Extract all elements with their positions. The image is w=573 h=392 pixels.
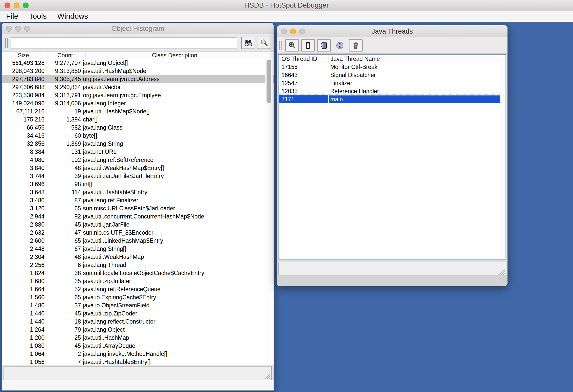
size-cell: 3,744 <box>2 172 45 180</box>
menu-file[interactable]: File <box>6 11 18 22</box>
inspect-thread-button[interactable] <box>285 39 299 52</box>
window-title: Java Threads <box>277 25 508 37</box>
toolbar-drag-handle[interactable] <box>279 41 282 50</box>
size-cell: 149,024,096 <box>2 99 45 107</box>
class-cell: java.util.HashMap$Node <box>81 67 274 75</box>
count-cell: 38 <box>45 269 81 277</box>
resize-grip-icon[interactable] <box>499 268 505 275</box>
class-cell: java.util.zip.ZipCoder <box>81 309 274 317</box>
table-row[interactable]: 3,69698int[] <box>2 180 274 188</box>
histogram-vertical-scrollbar[interactable] <box>265 59 273 365</box>
object-histogram-window: Object Histogram <box>2 23 274 392</box>
count-cell: 1,394 <box>45 115 81 124</box>
table-row[interactable]: 1,48037java.io.ObjectStreamField <box>2 301 274 309</box>
table-row[interactable]: 4,080102java.lang.ref.SoftReference <box>2 156 274 164</box>
show-stack-memory-button[interactable] <box>301 39 315 52</box>
find-button[interactable] <box>241 37 255 49</box>
table-row[interactable]: 67,111,21619java.util.HashMap$Node[] <box>2 107 274 115</box>
table-row[interactable]: 8,384131java.net.URL <box>2 148 274 156</box>
threads-table-body: 17155Monitor Ctrl-Break16643Signal Dispa… <box>279 63 505 103</box>
table-row[interactable]: 1,66452java.lang.ref.ReferenceQueue <box>2 285 274 293</box>
table-row[interactable]: 2,44867java.lang.String[] <box>2 245 274 253</box>
table-row[interactable]: 3,648114java.util.Hashtable$Entry <box>2 188 274 196</box>
table-row[interactable]: 2,30448java.util.WeakHashMap <box>2 253 274 261</box>
thread-row[interactable]: 17155Monitor Ctrl-Break <box>279 63 505 71</box>
table-row[interactable]: 1,44018java.lang.reflect.Constructor <box>2 317 274 326</box>
table-row[interactable]: 66,456582java.lang.Class <box>2 124 274 132</box>
count-cell: 39 <box>45 172 81 180</box>
object-histogram-bottom-edge <box>2 390 274 392</box>
thread-row[interactable]: 16643Signal Dispatcher <box>279 71 505 79</box>
table-row[interactable]: 1,56065java.io.ExpiringCache$Entry <box>2 293 274 301</box>
class-cell: java.util.Hashtable$Entry <box>81 188 274 196</box>
count-cell: 52 <box>45 285 81 293</box>
column-header-os-thread-id[interactable]: OS Thread ID <box>279 55 328 63</box>
thread-row[interactable]: 7171main <box>279 95 505 103</box>
table-row[interactable]: 175,2161,394char[] <box>2 115 274 124</box>
table-row[interactable]: 3,48087java.lang.ref.Finalizer <box>2 196 274 204</box>
delete-thread-button[interactable] <box>349 39 363 52</box>
size-cell: 298,043,200 <box>2 67 45 75</box>
scrollbar-thumb[interactable] <box>267 60 271 103</box>
java-threads-titlebar[interactable]: Java Threads <box>277 25 508 38</box>
object-histogram-bottom-panel <box>2 380 274 390</box>
table-row[interactable]: 2,2566java.lang.Thread <box>2 261 274 269</box>
threads-vertical-scrollbar[interactable] <box>500 63 505 259</box>
inspect-button[interactable] <box>257 37 271 49</box>
menu-tools[interactable]: Tools <box>29 11 47 22</box>
size-cell: 1,200 <box>2 334 45 342</box>
table-row[interactable]: 1,26479java.lang.Object <box>2 326 274 334</box>
size-cell: 2,880 <box>2 220 45 229</box>
thread-name-cell: main <box>328 95 505 103</box>
size-cell: 3,120 <box>2 204 45 212</box>
count-cell: 45 <box>45 220 81 229</box>
table-row[interactable]: 1,08045java.util.ArrayDeque <box>2 342 274 350</box>
object-histogram-titlebar[interactable]: Object Histogram <box>2 23 274 35</box>
search-input[interactable] <box>11 37 237 48</box>
count-cell: 114 <box>45 188 81 196</box>
count-cell: 67 <box>45 245 81 253</box>
histogram-table-header: Size Count Class Description <box>2 52 274 59</box>
table-row[interactable]: 3,84048java.util.WeakHashMap$Entry[] <box>2 164 274 172</box>
table-row[interactable]: 297,783,8409,305,745org.java.learn.jvm.g… <box>2 75 274 83</box>
size-cell: 297,306,688 <box>2 83 45 91</box>
table-row[interactable]: 34,41660byte[] <box>2 132 274 140</box>
table-row[interactable]: 3,74439java.util.jar.JarFile$JarFileEntr… <box>2 172 274 180</box>
column-header-size[interactable]: Size <box>2 52 45 59</box>
count-cell: 35 <box>45 277 81 285</box>
column-header-java-thread-name[interactable]: Java Thread Name <box>328 55 505 63</box>
table-row[interactable]: 1,0567java.util.Hashtable$Entry[] <box>2 358 274 365</box>
app-title: HSDB - HotSpot Debugger <box>0 0 573 11</box>
table-row[interactable]: 561,493,1289,277,707java.lang.Object[] <box>2 59 274 67</box>
table-row[interactable]: 2,88045java.util.jar.JarFile <box>2 220 274 229</box>
table-row[interactable]: 297,306,6889,290,834java.util.Vector <box>2 83 274 91</box>
table-row[interactable]: 1,44045java.util.zip.ZipCoder <box>2 309 274 317</box>
table-row[interactable]: 223,530,9849,313,791org.java.learn.jvm.g… <box>2 91 274 99</box>
table-row[interactable]: 32,8561,369java.lang.String <box>2 140 274 148</box>
table-row[interactable]: 2,63247sun.nio.cs.UTF_8$Encoder <box>2 229 274 237</box>
thread-row[interactable]: 12547Finalizer <box>279 79 505 87</box>
count-cell: 18 <box>45 317 81 326</box>
table-row[interactable]: 298,043,2009,313,850java.util.HashMap$No… <box>2 67 274 75</box>
resize-grip-icon[interactable] <box>264 373 271 380</box>
table-row[interactable]: 2,94492java.util.concurrent.ConcurrentHa… <box>2 212 274 220</box>
table-row[interactable]: 1,0642java.lang.invoke.MethodHandle[] <box>2 350 274 358</box>
threads-table-header: OS Thread ID Java Thread Name <box>279 55 505 63</box>
class-cell: java.lang.Class <box>81 124 274 132</box>
toolbar-drag-handle[interactable] <box>5 38 8 48</box>
table-row[interactable]: 1,82438sun.util.locale.LocaleObjectCache… <box>2 269 274 277</box>
menu-windows[interactable]: Windows <box>57 11 88 22</box>
count-cell: 9,305,745 <box>45 75 81 83</box>
column-header-class-description[interactable]: Class Description <box>85 52 264 59</box>
column-header-count[interactable]: Count <box>45 52 85 59</box>
table-row[interactable]: 1,68035java.util.zip.Inflater <box>2 277 274 285</box>
table-row[interactable]: 149,024,0969,314,006java.lang.Integer <box>2 99 274 107</box>
table-row[interactable]: 3,12065sun.misc.URLClassPath$JarLoader <box>2 204 274 212</box>
size-cell: 1,440 <box>2 309 45 317</box>
thread-name-cell: Monitor Ctrl-Break <box>328 63 505 71</box>
table-row[interactable]: 2,60065java.util.LinkedHashMap$Entry <box>2 237 274 245</box>
show-stack-frames-button[interactable] <box>317 39 331 52</box>
table-row[interactable]: 1,20025java.util.HashMap <box>2 334 274 342</box>
magnifier-inspect-icon <box>260 39 268 47</box>
thread-info-button[interactable] <box>333 39 347 52</box>
